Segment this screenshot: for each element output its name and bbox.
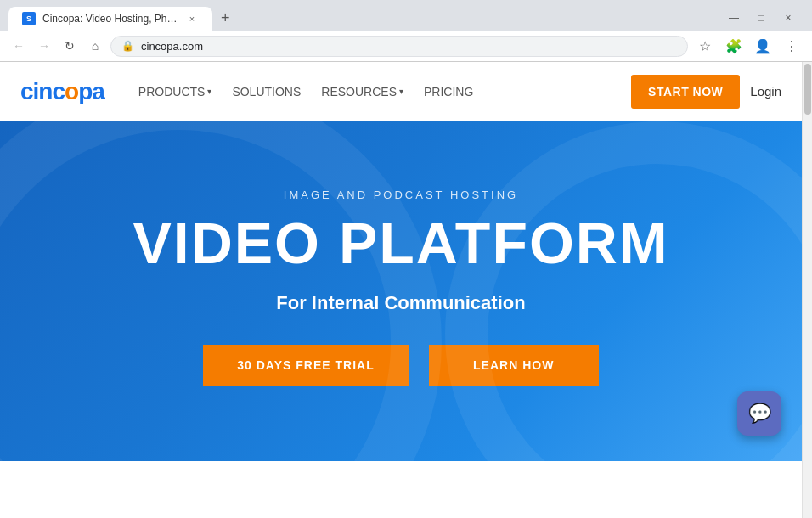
title-bar: S Cincopa: Video Hosting, Photo G × + — … xyxy=(0,0,812,31)
logo-text: cincopa xyxy=(20,78,104,105)
tab-favicon: S xyxy=(22,12,36,25)
nav-pricing[interactable]: PRICING xyxy=(417,80,480,104)
maximize-button[interactable]: □ xyxy=(749,9,773,26)
nav-solutions-label: SOLUTIONS xyxy=(232,85,301,99)
nav-products-label: PRODUCTS xyxy=(138,85,206,99)
scrollbar-thumb[interactable] xyxy=(804,64,811,115)
close-window-button[interactable]: × xyxy=(776,9,800,26)
reload-button[interactable]: ↻ xyxy=(59,36,80,56)
extensions-icon[interactable]: 🧩 xyxy=(722,34,746,58)
hero-description: For Internal Communication xyxy=(276,292,525,314)
products-dropdown-arrow: ▾ xyxy=(207,87,211,96)
minimize-button[interactable]: — xyxy=(722,9,746,26)
hero-section: IMAGE AND PODCAST HOSTING VIDEO PLATFORM… xyxy=(0,121,802,461)
forward-button[interactable]: → xyxy=(34,36,54,56)
nav-links: PRODUCTS ▾ SOLUTIONS RESOURCES ▾ PRICING xyxy=(132,80,631,104)
hero-title: VIDEO PLATFORM xyxy=(133,211,668,275)
tab-title: Cincopa: Video Hosting, Photo G xyxy=(42,13,178,25)
site-logo[interactable]: cincopa xyxy=(20,78,104,105)
home-button[interactable]: ⌂ xyxy=(85,36,105,56)
logo-part3: pa xyxy=(78,78,104,104)
nav-solutions[interactable]: SOLUTIONS xyxy=(225,80,307,104)
learn-how-button[interactable]: LEARN HOW xyxy=(429,345,599,386)
toolbar-icons: ☆ 🧩 👤 ⋮ xyxy=(693,34,804,58)
window-controls: — □ × xyxy=(722,9,804,26)
bookmark-icon[interactable]: ☆ xyxy=(693,34,717,58)
hero-subtitle: IMAGE AND PODCAST HOSTING xyxy=(284,189,518,201)
website: cincopa PRODUCTS ▾ SOLUTIONS RESOURCES ▾… xyxy=(0,62,812,518)
free-trial-button[interactable]: 30 DAYS FREE TRIAL xyxy=(203,345,408,386)
chat-icon: 💬 xyxy=(748,403,771,425)
address-field[interactable]: 🔒 cincopa.com xyxy=(110,36,688,57)
logo-part2: o xyxy=(65,78,78,104)
hero-buttons: 30 DAYS FREE TRIAL LEARN HOW xyxy=(203,345,598,386)
logo-part1: cinc xyxy=(20,78,65,104)
page-content: cincopa PRODUCTS ▾ SOLUTIONS RESOURCES ▾… xyxy=(0,62,802,518)
scrollbar[interactable] xyxy=(802,62,812,518)
chat-widget[interactable]: 💬 xyxy=(737,391,781,436)
back-button[interactable]: ← xyxy=(8,36,29,56)
profile-icon[interactable]: 👤 xyxy=(751,34,775,58)
nav-products[interactable]: PRODUCTS ▾ xyxy=(132,80,219,104)
address-text: cincopa.com xyxy=(141,40,203,53)
nav-resources-label: RESOURCES xyxy=(321,85,397,99)
menu-icon[interactable]: ⋮ xyxy=(780,34,804,58)
nav-pricing-label: PRICING xyxy=(424,85,473,99)
new-tab-button[interactable]: + xyxy=(212,5,239,31)
active-tab[interactable]: S Cincopa: Video Hosting, Photo G × xyxy=(8,7,212,31)
start-now-button[interactable]: START NOW xyxy=(631,75,740,109)
tab-close-button[interactable]: × xyxy=(185,12,199,25)
nav-resources[interactable]: RESOURCES ▾ xyxy=(314,80,410,104)
site-navbar: cincopa PRODUCTS ▾ SOLUTIONS RESOURCES ▾… xyxy=(0,62,802,121)
tab-bar: S Cincopa: Video Hosting, Photo G × + xyxy=(8,5,239,31)
resources-dropdown-arrow: ▾ xyxy=(399,87,403,96)
lock-icon: 🔒 xyxy=(121,40,134,52)
browser-chrome: S Cincopa: Video Hosting, Photo G × + — … xyxy=(0,0,812,62)
login-link[interactable]: Login xyxy=(750,84,781,99)
navbar-actions: START NOW Login xyxy=(631,75,781,109)
address-bar-row: ← → ↻ ⌂ 🔒 cincopa.com ☆ 🧩 👤 ⋮ xyxy=(0,31,812,62)
